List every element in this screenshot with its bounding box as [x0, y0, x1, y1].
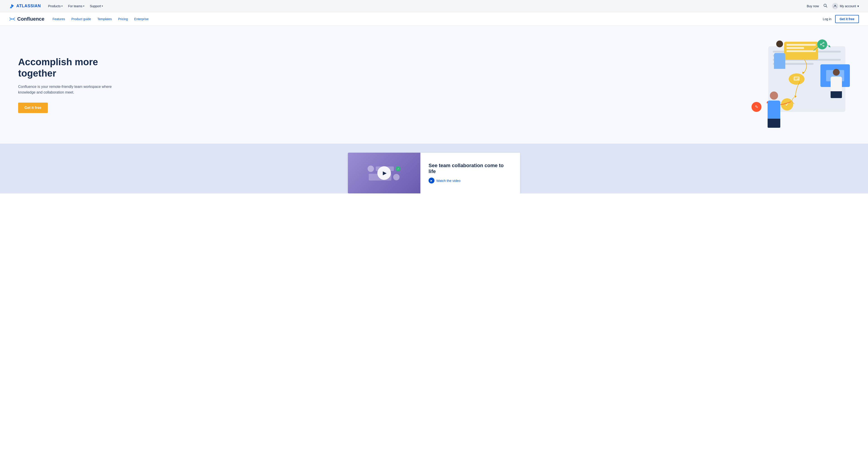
for-teams-chevron-icon: ▾: [83, 5, 84, 7]
confluence-logo-text: Confluence: [17, 16, 44, 22]
watch-video-link[interactable]: ▶ Watch the video: [429, 177, 512, 184]
svg-line-1: [826, 6, 827, 7]
person3-legs: [831, 91, 842, 98]
illus-card-line-3: [786, 50, 816, 52]
account-avatar: [832, 3, 838, 9]
atlassian-logo-text: ATLASSIAN: [16, 4, 41, 8]
products-nav-link[interactable]: Products ▾: [48, 4, 63, 8]
person2-body: [768, 101, 780, 119]
share-icon: [820, 42, 825, 47]
get-it-free-nav-button[interactable]: Get it free: [835, 15, 859, 23]
hero-content: Accomplish more together Confluence is y…: [18, 56, 127, 113]
message-icon: [793, 75, 801, 83]
my-account-button[interactable]: My account ▾: [832, 3, 859, 9]
person3-head: [833, 69, 840, 76]
thumb-check-1: ✓: [396, 166, 401, 171]
svg-line-6: [822, 43, 823, 44]
thumb-avatar-1: [368, 166, 374, 172]
thumb-avatar-2: [393, 174, 400, 180]
confluence-nav-right: Log in Get it free: [823, 15, 859, 23]
video-thumb-content: ✓ ▶: [348, 153, 421, 193]
product-guide-link[interactable]: Product guide: [71, 17, 91, 21]
support-nav-link[interactable]: Support ▾: [90, 4, 103, 8]
video-thumbnail[interactable]: ✓ ▶: [348, 153, 421, 193]
illustration-person2: [764, 92, 784, 128]
person2-head: [770, 92, 778, 100]
confluence-logo[interactable]: Confluence: [9, 16, 44, 22]
buy-now-link[interactable]: Buy now: [807, 4, 819, 8]
illustration-message-bubble: [789, 73, 805, 85]
illustration-person3: [827, 69, 845, 98]
top-nav-links: Products ▾ For teams ▾ Support ▾: [48, 4, 103, 8]
svg-point-4: [823, 45, 824, 47]
confluence-navigation: Confluence Features Product guide Templa…: [0, 12, 868, 26]
svg-point-3: [823, 42, 824, 43]
person1-head: [776, 40, 783, 47]
top-navigation: ATLASSIAN Products ▾ For teams ▾ Support…: [0, 0, 868, 12]
hero-cta-button[interactable]: Get it free: [18, 103, 48, 113]
enterprise-link[interactable]: Enterprise: [134, 17, 149, 21]
top-nav-left: ATLASSIAN Products ▾ For teams ▾ Support…: [9, 3, 103, 9]
play-button[interactable]: ▶: [377, 166, 391, 180]
login-link[interactable]: Log in: [823, 17, 831, 21]
video-title: See team collaboration come to life: [429, 163, 512, 174]
illus-card-line-1: [786, 44, 816, 46]
illustration-person1: [771, 39, 789, 67]
watch-play-icon: ▶: [429, 177, 434, 184]
support-chevron-icon: ▾: [102, 5, 103, 7]
person1-body: [774, 53, 785, 69]
svg-point-5: [820, 44, 822, 45]
play-icon: ▶: [383, 170, 386, 176]
svg-rect-8: [794, 76, 800, 80]
account-avatar-icon: [833, 4, 837, 8]
confluence-logo-icon: [9, 16, 16, 22]
illustration-yellow-card: [784, 42, 818, 60]
products-chevron-icon: ▾: [61, 5, 63, 7]
hero-illustration: ✓ ✎: [746, 37, 850, 132]
pricing-link[interactable]: Pricing: [118, 17, 128, 21]
illustration-edit-icon: ✎: [751, 102, 762, 112]
top-nav-right: Buy now My account ▾: [807, 3, 859, 9]
hero-section: Accomplish more together Confluence is y…: [0, 26, 868, 143]
account-chevron-icon: ▾: [857, 4, 859, 8]
features-link[interactable]: Features: [53, 17, 65, 21]
my-account-label: My account: [840, 4, 856, 8]
atlassian-logo-icon: [9, 3, 14, 9]
video-info: See team collaboration come to life ▶ Wa…: [421, 153, 520, 193]
for-teams-nav-link[interactable]: For teams ▾: [68, 4, 84, 8]
illustration-share-icon: [817, 39, 827, 50]
svg-line-7: [822, 44, 823, 46]
video-section: ✓ ▶ See team collaboration come to life …: [0, 143, 868, 193]
hero-subtitle: Confluence is your remote-friendly team …: [18, 84, 127, 95]
templates-link[interactable]: Templates: [97, 17, 112, 21]
illus-card-line-2: [786, 47, 804, 49]
person2-legs: [768, 119, 780, 128]
search-button[interactable]: [824, 4, 828, 9]
hero-title: Accomplish more together: [18, 56, 127, 79]
atlassian-logo[interactable]: ATLASSIAN: [9, 3, 41, 9]
watch-video-label: Watch the video: [436, 179, 461, 183]
confluence-nav-left: Confluence Features Product guide Templa…: [9, 16, 149, 22]
video-card: ✓ ▶ See team collaboration come to life …: [348, 153, 520, 193]
person3-body: [831, 76, 842, 91]
search-icon: [824, 4, 828, 8]
confluence-nav-links: Features Product guide Templates Pricing…: [53, 17, 149, 21]
